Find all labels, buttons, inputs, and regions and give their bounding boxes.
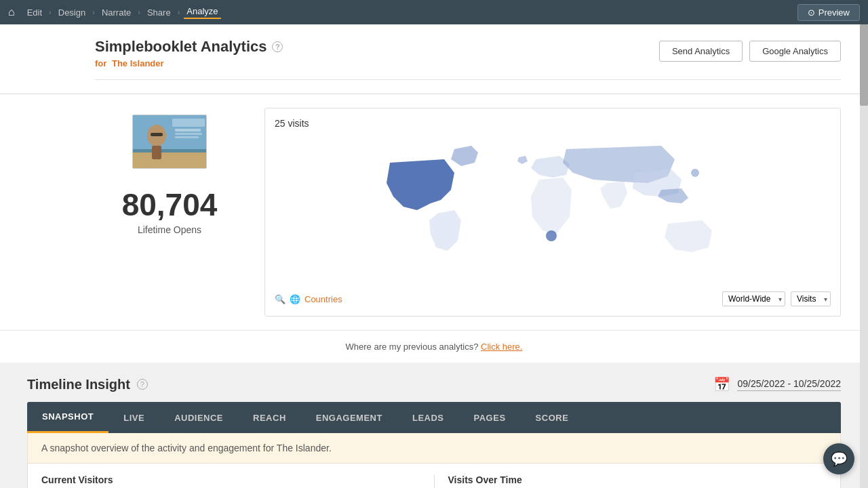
nav-sep-2: › — [92, 8, 95, 16]
map-visits-header: 25 visits — [275, 118, 831, 129]
header-divider — [95, 79, 841, 80]
calendar-icon[interactable]: 📅 — [713, 376, 730, 392]
svg-rect-4 — [151, 133, 163, 136]
analytics-header-section: Simplebooklet Analytics ? for The Island… — [0, 24, 868, 94]
bottom-cards: Current Visitors Visits Over Time — [27, 464, 841, 488]
svg-rect-2 — [133, 152, 207, 169]
map-metric-select-wrapper[interactable]: Visits — [791, 291, 831, 306]
current-visitors-title: Current Visitors — [41, 474, 420, 485]
analytics-buttons: Send Analytics Google Analytics — [659, 41, 841, 62]
timeline-header: Timeline Insight ? 📅 09/25/2022 - 10/25/… — [27, 376, 841, 392]
tab-leads[interactable]: LEADS — [397, 403, 459, 432]
prev-analytics-text: Where are my previous analytics? — [346, 342, 479, 352]
tab-live[interactable]: LIVE — [108, 403, 159, 432]
svg-rect-8 — [175, 133, 202, 135]
nav-narrate[interactable]: Narrate — [99, 7, 134, 18]
nav-analyze[interactable]: Analyze — [184, 6, 220, 19]
svg-rect-9 — [175, 136, 199, 138]
map-countries-label[interactable]: Countries — [304, 294, 342, 304]
nav-edit[interactable]: Edit — [24, 7, 45, 18]
chat-bubble[interactable]: 💬 — [823, 443, 854, 474]
google-analytics-button[interactable]: Google Analytics — [749, 41, 841, 62]
tab-snapshot[interactable]: SNAPSHOT — [27, 402, 108, 433]
visits-over-time-title: Visits Over Time — [448, 474, 827, 485]
send-analytics-button[interactable]: Send Analytics — [659, 41, 743, 62]
map-footer-right: World-Wide Visits — [722, 291, 831, 306]
analytics-title-text: Simplebooklet Analytics — [95, 38, 267, 56]
content-section: 80,704 Lifetime Opens 25 visits — [0, 94, 868, 330]
chat-icon: 💬 — [831, 451, 848, 467]
nav-sep-1: › — [49, 8, 52, 16]
analytics-help-icon[interactable]: ? — [272, 41, 283, 52]
top-navigation: ⌂ Edit › Design › Narrate › Share › Anal… — [0, 0, 868, 24]
svg-point-12 — [546, 230, 557, 241]
booklet-thumbnail[interactable] — [132, 115, 207, 169]
tabs: SNAPSHOT LIVE AUDIENCE REACH ENGAGEMENT … — [27, 402, 841, 433]
gray-section: Timeline Insight ? 📅 09/25/2022 - 10/25/… — [0, 363, 868, 488]
nav-sep-3: › — [138, 8, 140, 16]
prev-analytics-link[interactable]: Click here. — [481, 342, 522, 352]
svg-rect-6 — [172, 119, 205, 127]
prev-analytics-section: Where are my previous analytics? Click h… — [0, 330, 868, 363]
tab-audience[interactable]: AUDIENCE — [159, 403, 238, 432]
cards-divider — [434, 474, 435, 488]
map-metric-select[interactable]: Visits — [791, 291, 831, 306]
left-panel: 80,704 Lifetime Opens — [95, 108, 244, 235]
tab-engagement[interactable]: ENGAGEMENT — [301, 403, 397, 432]
map-zoom-icon[interactable]: 🔍 — [275, 294, 285, 304]
tab-reach[interactable]: REACH — [238, 403, 301, 432]
map-footer: 🔍 🌐 Countries World-Wide Visits — [275, 291, 831, 306]
preview-button[interactable]: ⊙ Preview — [797, 4, 860, 21]
analytics-subtitle: for The Islander — [95, 58, 283, 68]
map-footer-left: 🔍 🌐 Countries — [275, 294, 342, 304]
date-range[interactable]: 09/25/2022 - 10/25/2022 — [737, 378, 841, 391]
timeline-title: Timeline Insight — [27, 377, 130, 392]
snapshot-desc: A snapshot overview of the activity and … — [27, 433, 841, 464]
tabs-container: SNAPSHOT LIVE AUDIENCE REACH ENGAGEMENT … — [27, 402, 841, 433]
svg-rect-5 — [152, 146, 161, 159]
timeline-date-picker[interactable]: 📅 09/25/2022 - 10/25/2022 — [713, 376, 841, 392]
preview-play-icon: ⊙ — [808, 7, 815, 18]
scrollbar-thumb[interactable] — [860, 24, 868, 106]
current-visitors-section: Current Visitors — [41, 474, 420, 488]
tab-score[interactable]: SCORE — [521, 403, 584, 432]
visits-over-time-section: Visits Over Time — [448, 474, 827, 488]
nav-share[interactable]: Share — [144, 7, 174, 18]
map-visual[interactable] — [275, 136, 831, 285]
map-container: 25 visits — [264, 108, 841, 317]
nav-sep-4: › — [178, 8, 180, 16]
nav-design[interactable]: Design — [56, 7, 88, 18]
tab-pages[interactable]: PAGES — [459, 403, 521, 432]
map-region-select[interactable]: World-Wide — [722, 291, 785, 306]
home-icon[interactable]: ⌂ — [8, 6, 15, 18]
scrollbar[interactable] — [860, 24, 868, 488]
svg-point-11 — [691, 169, 699, 177]
map-globe-icon: 🌐 — [290, 294, 300, 304]
lifetime-number: 80,704 — [122, 189, 218, 220]
lifetime-label: Lifetime Opens — [138, 224, 201, 235]
timeline-help-icon[interactable]: ? — [137, 379, 148, 390]
map-region-select-wrapper[interactable]: World-Wide — [722, 291, 785, 306]
analytics-title-block: Simplebooklet Analytics ? for The Island… — [95, 38, 283, 68]
svg-rect-7 — [175, 129, 201, 131]
